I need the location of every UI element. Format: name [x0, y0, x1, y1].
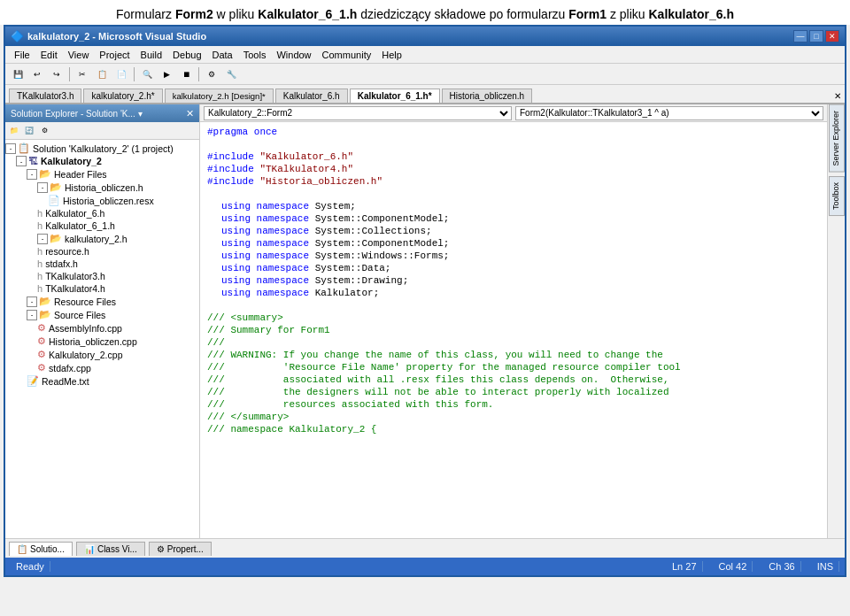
- tab-2[interactable]: kalkulatory_2.h [Design]*: [165, 89, 274, 103]
- se-toolbar: 📁 🔄 ⚙: [5, 122, 199, 140]
- code-line-20: /// 'Resource File Name' property for th…: [200, 361, 827, 373]
- code-line-17: /// Summary for Form1: [200, 324, 827, 336]
- folder-icon-historia: 📂: [50, 181, 62, 193]
- tree-item-stdafx-cpp[interactable]: ⚙ stdafx.cpp: [5, 361, 199, 374]
- tab-3[interactable]: Kalkulator_6.h: [275, 89, 348, 103]
- classview-tab-icon: 📊: [84, 544, 95, 554]
- toolbar-btn-11[interactable]: 🔧: [222, 66, 240, 82]
- toolbar-btn-1[interactable]: 💾: [9, 66, 27, 82]
- tree-label-project: Kalkulatory_2: [41, 156, 102, 166]
- status-ln: Ln 27: [667, 561, 703, 572]
- toolbar-btn-3[interactable]: ↪: [48, 66, 66, 82]
- menu-item-help[interactable]: Help: [376, 48, 407, 62]
- right-tab-server-explorer[interactable]: Server Explorer: [829, 104, 845, 173]
- tree-item-source-files[interactable]: - 📂 Source Files: [5, 308, 199, 321]
- tree-item-assembly[interactable]: ⚙ AssemblyInfo.cpp: [5, 321, 199, 335]
- tree-item-historia-folder[interactable]: - 📂 Historia_obliczen.h: [5, 181, 199, 194]
- code-line-18: ///: [200, 336, 827, 349]
- tree-label-readme: ReadMe.txt: [42, 376, 89, 387]
- se-btn-3[interactable]: ⚙: [37, 124, 51, 138]
- menu-item-data[interactable]: Data: [207, 48, 238, 62]
- cpp-icon-stdafx: ⚙: [37, 362, 46, 373]
- toolbar-btn-2[interactable]: ↩: [28, 66, 46, 82]
- tree-item-kalkulator6[interactable]: h Kalkulator_6.h: [5, 207, 199, 219]
- project-icon: 🏗: [28, 156, 38, 166]
- menu-bar: File Edit View Project Build Debug Data …: [5, 46, 845, 64]
- toolbar-btn-4[interactable]: ✂: [73, 66, 91, 82]
- menu-item-edit[interactable]: Edit: [35, 48, 63, 62]
- tree-item-historia-cpp[interactable]: ⚙ Historia_obliczen.cpp: [5, 335, 199, 348]
- menu-item-debug[interactable]: Debug: [167, 48, 206, 62]
- status-col: Col 42: [714, 561, 753, 572]
- tree-item-kalk2-cpp[interactable]: ⚙ Kalkulatory_2.cpp: [5, 348, 199, 361]
- tab-1[interactable]: kalkulatory_2.h*: [83, 89, 162, 103]
- menu-item-build[interactable]: Build: [135, 48, 167, 62]
- tree-item-resource[interactable]: h resource.h: [5, 245, 199, 258]
- header-icon-k6: h: [37, 208, 42, 219]
- tree-item-stdafx[interactable]: h stdafx.h: [5, 258, 199, 270]
- code-line-25: /// namespace Kalkulatory_2 {: [200, 423, 827, 435]
- code-line-12: using namespace System::Data;: [200, 262, 827, 274]
- close-button[interactable]: ✕: [825, 30, 839, 42]
- toolbar-btn-8[interactable]: ▶: [158, 66, 175, 82]
- tree-item-tkalk4[interactable]: h TKalkulator4.h: [5, 282, 199, 295]
- maximize-button[interactable]: □: [809, 30, 823, 42]
- code-line-13: using namespace System::Drawing;: [200, 274, 827, 287]
- bottom-tab-properties[interactable]: ⚙ Propert...: [149, 542, 212, 556]
- close-tab-icon[interactable]: ✕: [831, 89, 845, 103]
- tree-label-historia-resx: Historia_obliczen.resx: [63, 196, 154, 206]
- menu-item-project[interactable]: Project: [94, 48, 135, 62]
- right-tab-toolbox[interactable]: Toolbox: [829, 176, 845, 216]
- code-line-22: /// the designers will not be able to in…: [200, 386, 827, 398]
- tree-item-resource-files[interactable]: - 📂 Resource Files: [5, 295, 199, 308]
- toolbar-btn-5[interactable]: 📋: [93, 66, 111, 82]
- tree-label-assembly: AssemblyInfo.cpp: [49, 323, 122, 334]
- menu-item-community[interactable]: Community: [317, 48, 377, 62]
- minimize-button[interactable]: —: [793, 30, 808, 42]
- status-ch: Ch 36: [763, 561, 800, 572]
- tree-item-project[interactable]: - 🏗 Kalkulatory_2: [5, 155, 199, 167]
- outer-title: Formularz Form2 w pliku Kalkulator_6_1.h…: [0, 0, 850, 25]
- tree-label-kalk2: kalkulatory_2.h: [65, 234, 128, 244]
- class-selector[interactable]: Kalkulatory_2::Form2: [204, 106, 512, 120]
- tab-0[interactable]: TKalkulator3.h: [9, 89, 81, 103]
- code-line-4: #include "TKalkulator4.h": [200, 163, 827, 175]
- tab-4[interactable]: Kalkulator_6_1.h*: [350, 89, 440, 104]
- status-ready: Ready: [11, 561, 50, 572]
- tree-item-tkalk3[interactable]: h TKalkulator3.h: [5, 270, 199, 282]
- properties-tab-icon: ⚙: [157, 544, 165, 554]
- toolbar: 💾 ↩ ↪ ✂ 📋 📄 🔍 ▶ ⏹ ⚙ 🔧: [5, 64, 845, 85]
- tree-item-solution[interactable]: - 📋 Solution 'Kalkulatory_2' (1 project): [5, 142, 199, 155]
- tree-item-kalkulator6-1[interactable]: h Kalkulator_6_1.h: [5, 219, 199, 232]
- tree-item-header-files[interactable]: - 📂 Header Files: [5, 167, 199, 181]
- toolbar-btn-6[interactable]: 📄: [112, 66, 130, 82]
- tree-label-resource-files: Resource Files: [54, 296, 116, 307]
- toolbar-btn-7[interactable]: 🔍: [138, 66, 156, 82]
- tree-item-historia-resx[interactable]: 📄 Historia_obliczen.resx: [5, 194, 199, 207]
- tree-item-kalk2-folder[interactable]: - 📂 kalkulatory_2.h: [5, 232, 199, 245]
- menu-item-view[interactable]: View: [63, 48, 95, 62]
- se-btn-2[interactable]: 🔄: [22, 124, 36, 138]
- se-close-icon[interactable]: ✕: [186, 108, 194, 119]
- se-btn-1[interactable]: 📁: [7, 124, 21, 138]
- editor-nav-bar: Kalkulatory_2::Form2 Form2(Kalkulator::T…: [200, 104, 827, 122]
- menu-item-file[interactable]: File: [9, 48, 35, 62]
- folder-icon-kalk2: 📂: [50, 233, 62, 244]
- menu-item-window[interactable]: Window: [271, 48, 316, 62]
- tree-item-readme[interactable]: 📝 ReadMe.txt: [5, 374, 199, 388]
- editor-content[interactable]: #pragma once #include "Kalkulator_6.h" #…: [200, 122, 827, 538]
- member-selector[interactable]: Form2(Kalkulator::TKalkulator3_1 ^ a): [515, 106, 823, 120]
- status-bar: Ready Ln 27 Col 42 Ch 36 INS: [5, 558, 845, 575]
- code-line-2: [200, 138, 827, 150]
- bottom-tab-classview[interactable]: 📊 Class Vi...: [76, 542, 145, 556]
- code-line-14: using namespace Kalkulator;: [200, 287, 827, 299]
- toolbar-btn-10[interactable]: ⚙: [203, 66, 220, 82]
- menu-item-tools[interactable]: Tools: [238, 48, 272, 62]
- toolbar-btn-9[interactable]: ⏹: [177, 66, 195, 82]
- bottom-tab-solution[interactable]: 📋 Solutio...: [9, 542, 73, 556]
- properties-tab-label: Propert...: [167, 544, 204, 554]
- folder-icon-resource: 📂: [39, 296, 51, 307]
- code-line-15: [200, 299, 827, 312]
- tab-5[interactable]: Historia_obliczen.h: [442, 89, 533, 103]
- code-line-21: /// associated with all .resx files this…: [200, 373, 827, 386]
